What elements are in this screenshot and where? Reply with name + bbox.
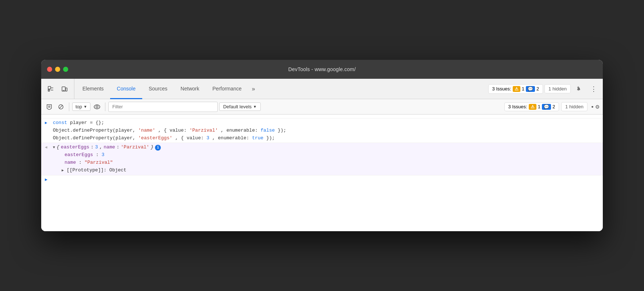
context-selector[interactable]: top ▼ — [72, 102, 90, 111]
svg-rect-0 — [48, 86, 51, 89]
tabbar-right: 3 Issues: ⚠ 1 💬 2 1 hidden ⋮ — [488, 79, 600, 99]
info-icon: 💬 — [526, 86, 535, 92]
output-arrow: ◀ — [45, 144, 50, 151]
svg-point-11 — [96, 106, 98, 108]
console-hidden-label: 1 hidden — [565, 104, 583, 109]
prop-easterEggs: easterEggs : 3 — [53, 151, 599, 159]
code-line-3: Object.defineProperty(player, 'easterEgg… — [53, 135, 599, 142]
console-code-block: const player = {}; Object.defineProperty… — [53, 119, 599, 142]
warn-count: 1 — [522, 86, 524, 92]
filter-input[interactable] — [108, 102, 218, 112]
tabbar-tools — [44, 79, 74, 99]
tab-elements[interactable]: Elements — [76, 79, 110, 99]
tab-sources[interactable]: Sources — [142, 79, 174, 99]
issues-badge[interactable]: 3 Issues: ⚠ 1 💬 2 — [488, 84, 543, 94]
tab-network[interactable]: Network — [174, 79, 206, 99]
console-warn-icon: ⚠ — [529, 104, 536, 110]
svg-rect-3 — [66, 88, 67, 91]
console-warn-count: 1 — [538, 104, 540, 109]
maximize-button[interactable] — [63, 67, 68, 72]
expand-proto-arrow[interactable]: ▶ — [62, 168, 64, 172]
object-info-icon[interactable]: i — [155, 145, 161, 151]
prop-name: name : "Parzival" — [53, 159, 599, 167]
close-button[interactable] — [47, 67, 52, 72]
more-options-button[interactable]: ⋮ — [587, 82, 600, 96]
console-info-count: 2 — [552, 104, 555, 109]
device-toolbar-button[interactable] — [58, 82, 71, 96]
tab-console[interactable]: Console — [110, 79, 142, 99]
chevron-down-icon2: ▼ — [253, 105, 257, 109]
svg-point-10 — [94, 105, 100, 109]
info-count: 2 — [536, 86, 539, 92]
expand-object-arrow[interactable]: ▼ — [53, 145, 55, 151]
object-summary: ▼ { easterEggs : 3 , name : 'Parzival' }… — [53, 144, 599, 151]
console-output-entry: ◀ ▼ { easterEggs : 3 , name : 'Parzival'… — [41, 143, 603, 175]
console-output-code: ▼ { easterEggs : 3 , name : 'Parzival' }… — [53, 144, 599, 174]
settings-button[interactable] — [572, 82, 585, 96]
chevron-down-icon: ▼ — [84, 105, 87, 109]
warn-icon: ⚠ — [513, 86, 520, 92]
hidden-badge[interactable]: 1 hidden — [544, 84, 571, 93]
svg-line-9 — [59, 105, 63, 108]
divider1 — [69, 102, 69, 111]
input-arrow[interactable]: ▶ — [45, 119, 50, 127]
tabs: Elements Console Sources Network Perform… — [76, 79, 488, 99]
log-levels-selector[interactable]: Default levels ▼ — [219, 102, 261, 111]
code-line-2: Object.defineProperty(player, 'name' , {… — [53, 127, 599, 135]
block-button[interactable] — [56, 102, 66, 112]
minimize-button[interactable] — [55, 67, 60, 72]
console-issues-label: 3 Issues: — [508, 104, 527, 109]
keyword-const: const — [53, 120, 67, 125]
console-toolbar-right: 3 Issues: ⚠ 1 💬 2 1 hidden ⚙ — [504, 102, 600, 112]
clear-console-button[interactable] — [44, 102, 54, 112]
more-tabs-button[interactable]: » — [248, 79, 259, 99]
console-info-icon: 💬 — [542, 104, 551, 110]
console-issues-badge[interactable]: 3 Issues: ⚠ 1 💬 2 — [504, 102, 559, 111]
console-prompt[interactable]: ▶ — [41, 175, 603, 184]
window-title: DevTools - www.google.com/ — [288, 66, 356, 72]
tab-performance[interactable]: Performance — [206, 79, 248, 99]
devtools-window: DevTools - www.google.com/ — [41, 60, 603, 231]
log-levels-label: Default levels — [223, 104, 252, 109]
console-output: ▶ const player = {}; Object.defineProper… — [41, 115, 603, 231]
eye-button[interactable] — [92, 102, 102, 112]
inspect-element-button[interactable] — [44, 82, 57, 96]
traffic-lights — [47, 67, 68, 72]
console-settings-button[interactable]: ⚙ — [590, 102, 600, 112]
context-label: top — [75, 104, 82, 109]
code-line-1: const player = {}; — [53, 119, 599, 127]
issues-label: 3 Issues: — [492, 86, 511, 92]
titlebar: DevTools - www.google.com/ — [41, 60, 603, 79]
prompt-arrow: ▶ — [45, 177, 47, 182]
console-hidden-badge[interactable]: 1 hidden — [561, 102, 587, 111]
tabbar: Elements Console Sources Network Perform… — [41, 79, 603, 99]
hidden-label: 1 hidden — [548, 86, 567, 92]
prototype-entry: ▶ [[Prototype]]: Object — [53, 167, 599, 174]
console-toolbar: top ▼ Default levels ▼ 3 Issues: ⚠ 1 💬 2 — [41, 99, 603, 115]
console-input-entry: ▶ const player = {}; Object.defineProper… — [41, 118, 603, 143]
divider2 — [105, 102, 105, 111]
